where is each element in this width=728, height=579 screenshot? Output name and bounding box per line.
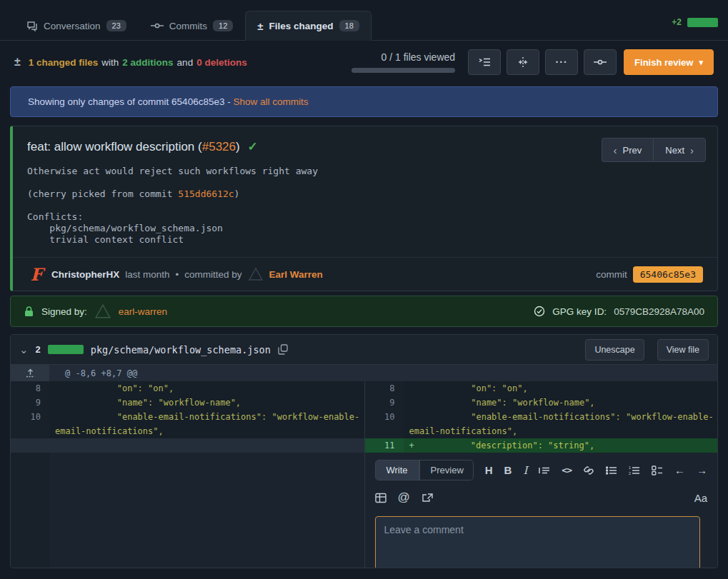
- committer-avatar[interactable]: [248, 267, 264, 281]
- heading-icon[interactable]: H: [485, 464, 493, 476]
- line-number-new[interactable]: 9: [365, 396, 404, 410]
- tab-write[interactable]: Write: [376, 460, 419, 480]
- quote-icon[interactable]: [539, 465, 550, 475]
- deletions-count: 0 deletions: [196, 57, 247, 68]
- unescape-button[interactable]: Unescape: [585, 339, 644, 361]
- pr-number-link[interactable]: #5326: [202, 140, 236, 153]
- ellipsis-icon: ···: [556, 56, 568, 68]
- line-number-old[interactable]: 10: [11, 410, 49, 438]
- diff-icon: ±: [257, 21, 263, 31]
- line-number-old[interactable]: 8: [11, 381, 49, 396]
- comment-input[interactable]: [375, 516, 700, 568]
- diff-line: 9 "name": "workflow-name",: [365, 396, 718, 410]
- view-file-button[interactable]: View file: [657, 339, 709, 361]
- gpg-verified-icon: [534, 306, 545, 317]
- author-name[interactable]: ChristopherHX: [51, 269, 119, 280]
- hunk-header-row: @ -8,6 +8,7 @@: [11, 365, 717, 381]
- diff-stat-bar: [687, 18, 718, 27]
- commit-title-text: feat: allow workflow description (: [27, 140, 202, 153]
- files-viewed: 0 / 1 files viewed: [351, 51, 455, 73]
- line-number-empty: [11, 438, 49, 453]
- commit-message-line: Otherwise act would reject such workflow…: [27, 166, 703, 177]
- tab-files-changed[interactable]: ± Files changed 18: [245, 11, 372, 41]
- write-preview-tabs: Write Preview: [375, 460, 474, 480]
- tab-preview[interactable]: Preview: [419, 460, 474, 480]
- line-number-new[interactable]: 10: [365, 410, 404, 438]
- bold-icon[interactable]: B: [504, 464, 512, 476]
- file-change-count: 2: [36, 344, 41, 355]
- prev-commit-button[interactable]: ‹ Prev: [602, 138, 654, 162]
- committed-by-label: committed by: [184, 269, 241, 280]
- commits-icon: [151, 20, 164, 31]
- reference-icon[interactable]: [422, 493, 434, 503]
- diff-left-pane: 8 "on": "on", 9 "name": "workflow-name",…: [11, 381, 364, 568]
- signer-avatar[interactable]: [94, 303, 111, 319]
- tab-count-badge: 12: [213, 20, 233, 31]
- unordered-list-icon[interactable]: [606, 465, 617, 475]
- code-icon[interactable]: <>: [562, 465, 572, 475]
- text-size-icon[interactable]: Aa: [694, 492, 707, 504]
- tab-label: Commits: [169, 21, 207, 31]
- copy-path-icon[interactable]: [278, 344, 288, 355]
- diff-line: 10 "enable-email-notifications": "workfl…: [365, 410, 718, 438]
- task-list-icon[interactable]: [652, 465, 663, 475]
- changed-files-count: 1 changed files: [29, 57, 99, 68]
- line-number-new[interactable]: 11: [365, 438, 404, 453]
- commit-box: feat: allow workflow description (#5326)…: [10, 126, 718, 291]
- table-icon[interactable]: [375, 493, 387, 503]
- committer-name[interactable]: Earl Warren: [269, 269, 323, 280]
- line-number-new[interactable]: 8: [365, 381, 404, 396]
- conversation-icon: [26, 20, 38, 31]
- finish-review-button[interactable]: Finish review ▾: [624, 49, 714, 75]
- commit-select-button[interactable]: [584, 49, 617, 75]
- signer-name-link[interactable]: earl-warren: [119, 306, 167, 317]
- conflicts-block: Conflicts: pkg/schema/workflow_schema.js…: [27, 211, 703, 246]
- pr-tab-bar: Conversation 23 Commits 12 ± Files chang…: [0, 0, 728, 41]
- split-diff: 8 "on": "on", 9 "name": "workflow-name",…: [11, 381, 717, 568]
- tab-label: Files changed: [269, 21, 334, 31]
- tab-conversation[interactable]: Conversation 23: [14, 11, 139, 41]
- tab-count-badge: 23: [106, 20, 126, 31]
- svg-text:1: 1: [629, 465, 631, 470]
- file-tree-toggle-button[interactable]: [468, 49, 501, 75]
- commit-hash-badge[interactable]: 65406c85e3: [633, 266, 703, 283]
- file-name: pkg/schema/workflow_schema.json: [91, 344, 271, 356]
- expand-hunk-button[interactable]: [11, 365, 49, 381]
- code-line: "on": "on",: [404, 381, 718, 396]
- collapse-file-chevron-icon[interactable]: ⌄: [19, 344, 29, 355]
- ordered-list-icon[interactable]: 12: [629, 465, 640, 475]
- redo-icon[interactable]: →: [697, 464, 707, 476]
- gutter-column: [11, 453, 49, 568]
- split-diff-icon: [517, 56, 529, 68]
- commit-icon: [594, 56, 607, 68]
- commit-title-text: ): [236, 140, 240, 153]
- commit-time: last month: [125, 269, 169, 280]
- code-line: "enable-email-notifications": "workflow-…: [49, 410, 364, 438]
- editor-toolbar-row-1: Write Preview H B I <>: [375, 460, 708, 480]
- summary-text: with: [101, 57, 119, 68]
- show-all-commits-link[interactable]: Show all commits: [233, 96, 308, 107]
- tab-commits[interactable]: Commits 12: [139, 11, 246, 41]
- code-line: "name": "workflow-name",: [49, 396, 364, 410]
- line-number-old[interactable]: 9: [11, 396, 49, 410]
- diff-stat-additions: +2: [672, 17, 682, 27]
- diff-line: 9 "name": "workflow-name",: [11, 396, 364, 410]
- undo-icon[interactable]: ←: [674, 464, 685, 476]
- author-avatar[interactable]: F: [27, 265, 46, 283]
- signature-banner: Signed by: earl-warren GPG key ID: 0579C…: [10, 296, 718, 327]
- chevron-right-icon: ›: [690, 144, 694, 156]
- diff-right-pane: 8 "on": "on", 9 "name": "workflow-name",…: [364, 381, 718, 568]
- files-viewed-progressbar: [351, 68, 455, 73]
- mention-icon[interactable]: @: [398, 490, 410, 505]
- next-commit-button[interactable]: Next ›: [653, 138, 706, 162]
- commit-message-body: Otherwise act would reject such workflow…: [13, 158, 717, 257]
- summary-text: and: [177, 57, 194, 68]
- tab-count-badge: 18: [339, 20, 359, 31]
- cherry-pick-hash-link[interactable]: 515dd6612c: [178, 188, 234, 199]
- diff-options-button[interactable]: ···: [545, 49, 578, 75]
- link-icon[interactable]: [583, 465, 594, 475]
- commit-status-check-icon[interactable]: ✓: [247, 140, 257, 153]
- diff-view-mode-button[interactable]: [507, 49, 539, 75]
- italic-icon[interactable]: I: [523, 464, 527, 477]
- signed-by-label: Signed by:: [41, 306, 87, 317]
